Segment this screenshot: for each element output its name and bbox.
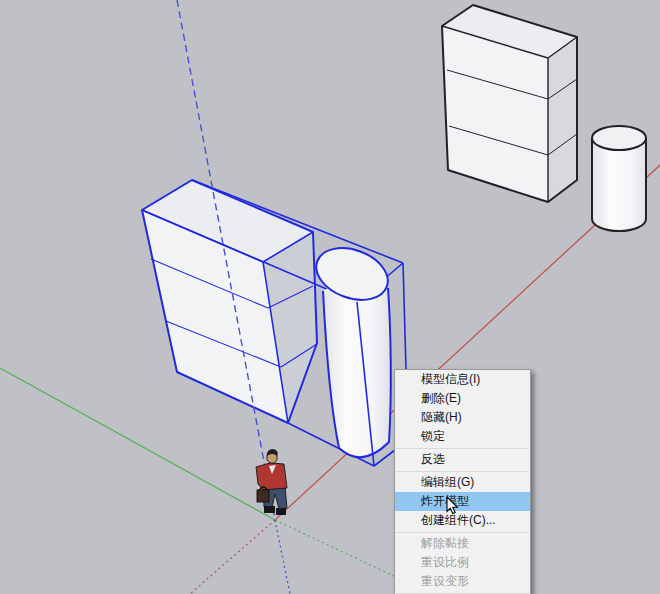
menu-item-编辑组-G-[interactable]: 编辑组(G) <box>395 473 530 492</box>
context-menu: 模型信息(I)删除(E)隐藏(H)锁定反选编辑组(G)炸开模型创建组件(C)..… <box>394 369 531 594</box>
menu-item-解除黏接: 解除黏接 <box>395 534 530 553</box>
menu-item-锁定[interactable]: 锁定 <box>395 427 530 446</box>
sketchup-viewport[interactable]: 模型信息(I)删除(E)隐藏(H)锁定反选编辑组(G)炸开模型创建组件(C)..… <box>0 0 660 594</box>
unselected-cylinder[interactable] <box>592 126 646 231</box>
menu-item-重设比例: 重设比例 <box>395 553 530 572</box>
unselected-box-stack[interactable] <box>442 5 577 202</box>
menu-item-重设变形: 重设变形 <box>395 572 530 591</box>
menu-item-删除-E-[interactable]: 删除(E) <box>395 389 530 408</box>
menu-item-创建组件-C-[interactable]: 创建组件(C)... <box>395 511 530 530</box>
menu-item-模型信息-I-[interactable]: 模型信息(I) <box>395 370 530 389</box>
menu-item-反选[interactable]: 反选 <box>395 450 530 469</box>
model-scene <box>0 0 660 594</box>
menu-separator <box>396 532 529 533</box>
figure-bag <box>257 490 269 502</box>
menu-separator <box>396 593 529 594</box>
menu-item-炸开模型[interactable]: 炸开模型 <box>395 492 530 511</box>
menu-separator <box>396 471 529 472</box>
menu-item-隐藏-H-[interactable]: 隐藏(H) <box>395 408 530 427</box>
menu-separator <box>396 448 529 449</box>
